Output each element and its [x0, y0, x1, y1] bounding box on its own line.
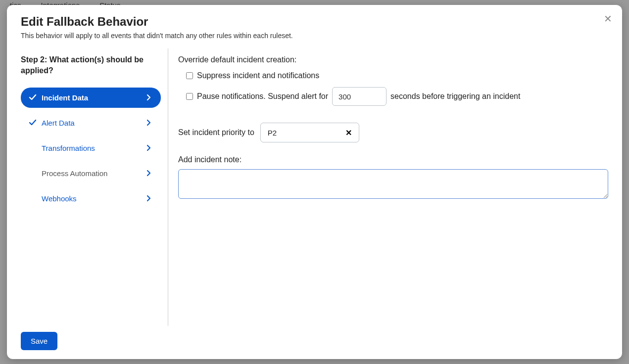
sidebar-item-label: Incident Data [42, 93, 88, 102]
clear-icon[interactable]: ✕ [345, 128, 352, 137]
pause-label-pre: Pause notifications. Suspend alert for [197, 92, 328, 101]
suppress-label: Suppress incident and notifications [197, 71, 319, 80]
sidebar-item-label: Alert Data [42, 119, 75, 127]
chevron-right-icon [145, 119, 153, 127]
sidebar-item-process-automation[interactable]: Process Automation [21, 163, 161, 183]
note-label: Add incident note: [178, 155, 608, 164]
chevron-right-icon [145, 194, 153, 202]
priority-select[interactable]: P2 ✕ [260, 123, 359, 142]
sidebar-item-alert-data[interactable]: Alert Data [21, 113, 161, 133]
pause-label-post: seconds before triggering an incident [390, 92, 520, 101]
sidebar-item-incident-data[interactable]: Incident Data [21, 88, 161, 108]
close-icon: ✕ [604, 13, 612, 24]
sidebar-item-label: Transformations [42, 144, 95, 152]
chevron-right-icon [145, 169, 153, 177]
sidebar-item-transformations[interactable]: Transformations [21, 138, 161, 158]
override-section-label: Override default incident creation: [178, 55, 608, 64]
modal-subtitle: This behavior will apply to all events t… [21, 32, 608, 40]
sidebar-item-label: Webhooks [42, 194, 77, 203]
modal-footer: Save [7, 326, 622, 359]
pause-checkbox[interactable] [186, 93, 193, 100]
priority-value: P2 [268, 129, 277, 137]
sidebar-item-label: Process Automation [42, 169, 107, 178]
modal-header: Edit Fallback Behavior This behavior wil… [7, 5, 622, 45]
content-panel: Override default incident creation: Supp… [168, 48, 608, 326]
sidebar-item-webhooks[interactable]: Webhooks [21, 188, 161, 209]
priority-row: Set incident priority to P2 ✕ [178, 123, 608, 142]
chevron-right-icon [145, 144, 153, 152]
edit-fallback-modal: Edit Fallback Behavior This behavior wil… [7, 5, 622, 359]
save-button[interactable]: Save [21, 332, 57, 350]
chevron-right-icon [145, 93, 153, 101]
pause-seconds-input[interactable] [332, 87, 387, 106]
incident-note-textarea[interactable] [178, 169, 608, 199]
sidebar: Step 2: What action(s) should be applied… [21, 48, 168, 326]
close-button[interactable]: ✕ [604, 14, 612, 24]
suppress-row: Suppress incident and notifications [178, 71, 608, 80]
priority-label: Set incident priority to [178, 128, 254, 137]
suppress-checkbox[interactable] [186, 72, 193, 79]
pause-row: Pause notifications. Suspend alert for s… [178, 87, 608, 106]
modal-body: Step 2: What action(s) should be applied… [7, 48, 622, 326]
check-icon [29, 93, 37, 101]
step-title: Step 2: What action(s) should be applied… [21, 54, 161, 77]
check-icon [29, 119, 37, 127]
modal-title: Edit Fallback Behavior [21, 15, 608, 29]
